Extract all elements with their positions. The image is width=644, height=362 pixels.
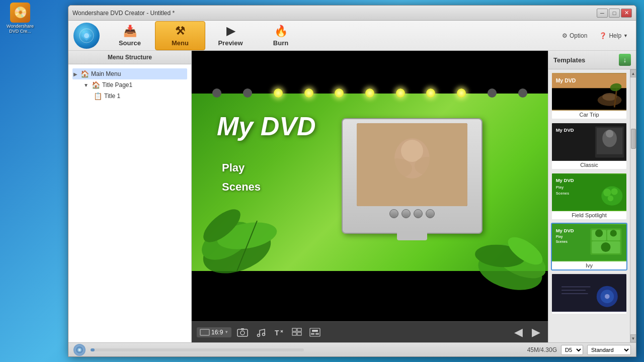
stage-light-6 xyxy=(365,88,374,98)
menu-scenes[interactable]: Scenes xyxy=(222,180,261,194)
svg-point-73 xyxy=(605,294,610,299)
dvd-menu-title: My DVD xyxy=(217,111,315,141)
menu-play[interactable]: Play xyxy=(222,161,261,174)
svg-point-53 xyxy=(603,189,611,196)
svg-rect-29 xyxy=(297,332,301,335)
source-button[interactable]: 📥 Source xyxy=(105,22,155,50)
aspect-ratio-selector[interactable]: 16:9 ▼ xyxy=(197,327,231,337)
template-classic[interactable]: My DVD Classic xyxy=(551,122,627,170)
nav-forward-button[interactable]: ▶ xyxy=(529,326,543,339)
app-window: Wondershare DVD Creator - Untitled * ─ □… xyxy=(68,5,636,357)
minimize-button[interactable]: ─ xyxy=(597,9,608,18)
preview-button[interactable]: ▶ Preview xyxy=(205,22,256,50)
svg-point-55 xyxy=(608,196,613,201)
left-panel: Menu Structure ▶ 🏠 Main Menu ▼ 🏠 Title P… xyxy=(68,51,192,342)
svg-point-47 xyxy=(606,130,613,137)
grid-icon xyxy=(292,328,302,337)
svg-text:Play: Play xyxy=(556,235,563,239)
svg-point-19 xyxy=(240,331,245,335)
help-icon: ❓ xyxy=(599,32,607,39)
svg-rect-28 xyxy=(292,332,296,335)
template-fieldspotlight-thumb: My DVD Play Scenes xyxy=(552,173,626,211)
layout-button[interactable] xyxy=(308,325,322,339)
grid-button[interactable] xyxy=(290,325,304,339)
burn-button[interactable]: 🔥 Burn xyxy=(256,22,306,50)
music-icon xyxy=(256,327,266,337)
template-field-spotlight[interactable]: My DVD Play Scenes Field Spotlight xyxy=(551,172,627,220)
monitor-btn-1 xyxy=(389,209,398,218)
stage-light-2 xyxy=(243,88,252,98)
help-label: Help xyxy=(609,32,621,39)
monitor-btn-3 xyxy=(414,209,423,218)
svg-text:Play: Play xyxy=(556,185,564,190)
disc-type-select[interactable]: D5 D9 BD xyxy=(561,345,583,355)
scroll-down-button[interactable]: ▼ xyxy=(630,334,636,342)
camera-icon xyxy=(237,328,248,337)
svg-point-64 xyxy=(595,229,603,237)
status-bar: 45M/4.30G D5 D9 BD Standard Widescreen F… xyxy=(68,342,636,356)
stage-light-1 xyxy=(212,88,221,98)
template-unknown-name xyxy=(552,312,626,314)
svg-rect-31 xyxy=(312,330,318,332)
close-button[interactable]: ✕ xyxy=(621,9,632,18)
option-label: Option xyxy=(570,32,587,39)
svg-point-22 xyxy=(263,333,265,335)
source-icon: 📥 xyxy=(123,25,137,38)
download-icon: ↓ xyxy=(623,56,627,64)
source-label: Source xyxy=(119,39,141,47)
screen-capture-button[interactable] xyxy=(235,325,250,339)
template-cartrip-thumb: My DVD xyxy=(552,73,626,111)
nav-back-button[interactable]: ◀ xyxy=(512,326,525,339)
monitor-btn-4 xyxy=(426,209,435,218)
scroll-thumb[interactable] xyxy=(631,129,636,149)
monitor-btn-2 xyxy=(401,209,411,218)
templates-header: Templates ↓ xyxy=(548,51,636,69)
svg-text:Scenes: Scenes xyxy=(556,240,568,243)
svg-text:My DVD: My DVD xyxy=(556,177,574,183)
music-button[interactable] xyxy=(254,325,268,339)
menu-button[interactable]: ⚒ Menu xyxy=(155,21,205,50)
svg-point-76 xyxy=(78,349,80,351)
option-button[interactable]: ⚙ Option xyxy=(559,31,590,41)
svg-point-54 xyxy=(611,188,617,195)
help-button[interactable]: ❓ Help ▼ xyxy=(596,31,631,41)
svg-rect-27 xyxy=(297,328,301,331)
size-info: 45M/4.30G xyxy=(527,346,557,353)
template-fieldspotlight-name: Field Spotlight xyxy=(552,211,626,219)
top-black-bar xyxy=(192,51,548,94)
svg-rect-20 xyxy=(241,328,244,330)
svg-rect-32 xyxy=(311,333,314,335)
menu-label: Menu xyxy=(172,39,189,47)
maximize-button[interactable]: □ xyxy=(609,9,620,18)
title-page1-label: Title Page1 xyxy=(102,81,132,88)
scroll-up-button[interactable]: ▲ xyxy=(630,69,636,77)
burn-icon: 🔥 xyxy=(274,25,288,38)
tree-item-main-menu[interactable]: ▶ 🏠 Main Menu xyxy=(72,68,187,79)
status-progress-bar xyxy=(91,348,304,351)
right-panel: Templates ↓ My DVD xyxy=(548,51,636,342)
template-classic-thumb: My DVD xyxy=(552,123,626,161)
desktop-icon-wondershare[interactable]: 📀 Wondershare DVD Cre... xyxy=(3,3,38,34)
text-button[interactable]: T xyxy=(272,325,286,339)
template-ivy[interactable]: My DVD Play Scenes xyxy=(551,223,627,270)
scroll-track xyxy=(630,77,636,334)
templates-list: My DVD Car Trip xyxy=(548,69,630,342)
preview-area: My DVD Play Scenes xyxy=(192,51,548,321)
template-unknown[interactable] xyxy=(551,273,627,315)
menu-structure-header: Menu Structure xyxy=(68,51,191,64)
tree-expand-icon: ▶ xyxy=(73,71,77,77)
window-controls: ─ □ ✕ xyxy=(597,9,632,18)
svg-point-39 xyxy=(602,93,617,101)
svg-rect-16 xyxy=(357,123,467,206)
template-car-trip[interactable]: My DVD Car Trip xyxy=(551,72,627,120)
stage-light-5 xyxy=(335,88,344,98)
tree-item-title-page1[interactable]: ▼ 🏠 Title Page1 xyxy=(83,79,187,90)
app-logo xyxy=(73,23,100,49)
svg-point-21 xyxy=(258,334,260,336)
tree-item-title1[interactable]: 📋 Title 1 xyxy=(93,90,187,102)
template-unknown-thumb xyxy=(552,274,626,312)
svg-point-65 xyxy=(610,230,617,236)
format-select[interactable]: Standard Widescreen Full HD xyxy=(587,345,631,355)
templates-download-button[interactable]: ↓ xyxy=(619,54,631,66)
aspect-dropdown-icon: ▼ xyxy=(224,330,228,334)
